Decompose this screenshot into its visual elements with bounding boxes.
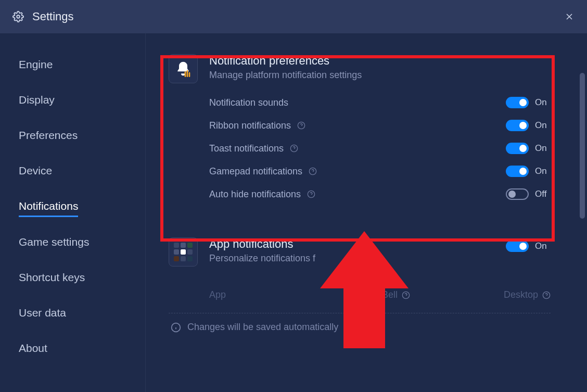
scrollbar[interactable] xyxy=(580,73,585,219)
section-app-notifications: App notifications Personalize notificati… xyxy=(169,237,551,333)
sidebar-item-notifications[interactable]: Notifications xyxy=(19,196,78,217)
help-icon[interactable] xyxy=(309,167,317,175)
section-subtitle: Manage platform notification settings xyxy=(209,70,362,81)
setting-label: Ribbon notifications xyxy=(209,120,291,131)
toggle-notification-sounds[interactable] xyxy=(506,97,529,108)
save-note: Changes will be saved automatically xyxy=(169,322,551,333)
app-grid-icon xyxy=(174,243,193,261)
close-icon[interactable] xyxy=(564,11,575,22)
setting-label: Toast notifications xyxy=(209,143,284,154)
setting-row-gamepad: Gamepad notifications On xyxy=(169,166,551,177)
svg-point-0 xyxy=(17,15,20,18)
bell-icon xyxy=(175,60,192,77)
section-header: App notifications Personalize notificati… xyxy=(169,237,315,267)
toggle-app-notifications[interactable] xyxy=(506,241,529,252)
help-icon[interactable] xyxy=(402,291,410,299)
help-icon[interactable] xyxy=(290,144,298,153)
sidebar-item-engine[interactable]: Engine xyxy=(19,54,53,75)
toggle-state-label: On xyxy=(535,143,551,154)
sidebar: Engine Display Preferences Device Notifi… xyxy=(0,33,146,392)
toggle-state-label: On xyxy=(535,120,551,131)
section-header: Notification preferences Manage platform… xyxy=(169,54,551,83)
content-panel: Notification preferences Manage platform… xyxy=(146,33,587,392)
section-icon-box xyxy=(169,237,198,267)
section-title: App notifications xyxy=(209,237,315,251)
titlebar: Settings xyxy=(0,0,587,33)
setting-row-ribbon: Ribbon notifications On xyxy=(169,120,551,131)
setting-label: Gamepad notifications xyxy=(209,166,302,177)
help-icon[interactable] xyxy=(297,121,305,130)
divider xyxy=(169,313,551,313)
sidebar-item-about[interactable]: About xyxy=(19,338,47,359)
page-title: Settings xyxy=(32,10,74,23)
setting-label: Notification sounds xyxy=(209,97,288,108)
toggle-state-label: On xyxy=(535,241,551,251)
main-area: Engine Display Preferences Device Notifi… xyxy=(0,33,587,392)
toggle-ribbon-notifications[interactable] xyxy=(506,120,529,131)
section-notification-preferences: Notification preferences Manage platform… xyxy=(169,54,551,200)
sidebar-item-user-data[interactable]: User data xyxy=(19,302,66,323)
sidebar-item-game-settings[interactable]: Game settings xyxy=(19,232,89,252)
section-subtitle: Personalize notifications f xyxy=(209,253,315,264)
help-icon[interactable] xyxy=(307,190,315,198)
toggle-gamepad-notifications[interactable] xyxy=(506,166,529,177)
info-icon xyxy=(171,322,181,333)
toggle-state-label: Off xyxy=(535,189,551,199)
save-note-text: Changes will be saved automatically xyxy=(187,322,338,333)
titlebar-left: Settings xyxy=(12,10,74,23)
section-heading-text: App notifications Personalize notificati… xyxy=(209,237,315,264)
help-icon[interactable] xyxy=(542,291,551,299)
column-bell-label: Bell xyxy=(382,289,398,300)
gear-icon xyxy=(12,11,24,22)
svg-rect-3 xyxy=(185,71,186,77)
section-heading-text: Notification preferences Manage platform… xyxy=(209,54,362,81)
section-icon-box xyxy=(169,54,198,83)
column-bell: Bell xyxy=(382,289,410,300)
toggle-auto-hide-notifications[interactable] xyxy=(506,188,529,200)
section-title: Notification preferences xyxy=(209,54,362,68)
toggle-state-label: On xyxy=(535,166,551,176)
sidebar-item-device[interactable]: Device xyxy=(19,160,52,181)
sidebar-item-shortcut-keys[interactable]: Shortcut keys xyxy=(19,267,85,288)
column-app: App xyxy=(209,289,288,300)
column-desktop: Desktop xyxy=(504,289,551,300)
setting-label: Auto hide notifications xyxy=(209,189,301,200)
column-desktop-label: Desktop xyxy=(504,289,538,300)
sidebar-item-preferences[interactable]: Preferences xyxy=(19,125,78,146)
setting-row-autohide: Auto hide notifications Off xyxy=(169,188,551,200)
toggle-toast-notifications[interactable] xyxy=(506,143,529,154)
sidebar-item-display[interactable]: Display xyxy=(19,90,55,110)
setting-row-sounds: Notification sounds On xyxy=(169,97,551,108)
svg-rect-4 xyxy=(187,70,188,77)
svg-rect-5 xyxy=(189,72,190,77)
setting-row-toast: Toast notifications On xyxy=(169,143,551,154)
toggle-state-label: On xyxy=(535,97,551,108)
app-table-header: App Bell Desktop xyxy=(169,289,551,300)
